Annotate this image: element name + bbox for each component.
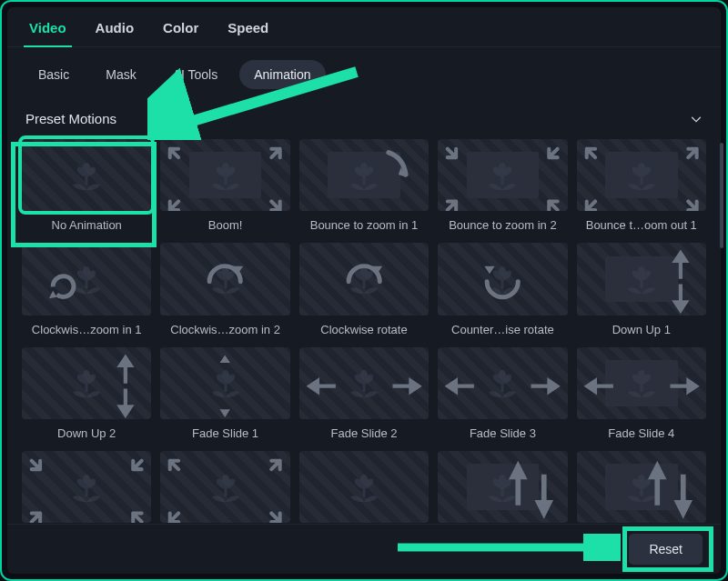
scrollbar-thumb[interactable] [720, 143, 723, 248]
preset-label: Down Up 1 [612, 323, 671, 336]
preset-item[interactable]: Flip Down1 [438, 451, 567, 524]
preset-label: Fade Slide 4 [608, 426, 674, 440]
subtab-mask[interactable]: Mask [91, 60, 150, 89]
preset-thumbnail[interactable] [438, 139, 567, 211]
preset-label: Fade Slide 1 [192, 426, 258, 440]
subtab-basic[interactable]: Basic [24, 60, 84, 89]
top-tabs: Video Audio Color Speed [7, 7, 721, 47]
preset-thumbnail[interactable] [438, 243, 567, 315]
preset-item[interactable]: Fade Slide 1 [160, 347, 289, 446]
flower-icon [66, 157, 107, 194]
sub-tabs: Basic Mask AI Tools Animation [7, 47, 721, 102]
preset-grid: No Animation Boom! Bounce to zoom in 1 [22, 139, 706, 524]
preset-item[interactable]: Bounce to zoom in 1 [299, 139, 429, 237]
subtab-ai-tools[interactable]: AI Tools [158, 60, 233, 89]
tab-speed[interactable]: Speed [222, 7, 274, 46]
preset-thumbnail[interactable] [160, 347, 289, 419]
preset-thumbnail[interactable] [299, 139, 429, 211]
preset-label: No Animation [52, 218, 122, 232]
tab-video[interactable]: Video [24, 7, 72, 46]
preset-label: Bounce t…oom out 1 [586, 218, 697, 232]
preset-thumbnail[interactable] [22, 243, 151, 315]
preset-item[interactable]: Clockwis…zoom in 2 [160, 243, 289, 341]
preset-item[interactable]: Clockwise rotate [299, 243, 429, 341]
preset-item[interactable]: Fade Zoom Out [160, 451, 289, 524]
reset-button[interactable]: Reset [629, 534, 703, 565]
preset-item[interactable]: Bounce t…oom out 1 [577, 139, 706, 237]
preset-thumbnail[interactable] [160, 451, 289, 523]
preset-thumbnail[interactable] [577, 451, 706, 523]
preset-thumbnail[interactable] [22, 347, 151, 419]
preset-thumbnail[interactable] [22, 451, 151, 523]
preset-thumbnail[interactable] [577, 347, 706, 419]
editor-panel: Video Audio Color Speed Basic Mask AI To… [7, 7, 721, 574]
preset-thumbnail[interactable] [299, 451, 429, 523]
chevron-down-icon [690, 113, 703, 125]
preset-item[interactable]: Fade Slide 4 [577, 347, 706, 446]
preset-item[interactable]: No Animation [22, 139, 151, 237]
preset-thumbnail[interactable] [160, 139, 289, 211]
tab-color[interactable]: Color [157, 7, 204, 46]
preset-label: Bounce to zoom in 1 [310, 218, 419, 232]
preset-item[interactable]: Fade Slide 3 [438, 347, 567, 446]
preset-item[interactable]: Bounce to zoom in 2 [438, 139, 567, 237]
footer: Reset [7, 524, 721, 574]
preset-thumbnail[interactable] [22, 139, 151, 211]
preset-label: Down Up 2 [57, 426, 116, 440]
preset-item[interactable]: Fade Slide 2 [299, 347, 429, 446]
subtab-animation[interactable]: Animation [239, 60, 325, 89]
preset-thumbnail[interactable] [299, 347, 429, 419]
preset-label: Boom! [208, 218, 243, 232]
preset-label: Bounce to zoom in 2 [449, 218, 557, 232]
preset-item[interactable]: Fade2 [299, 451, 429, 524]
svg-rect-17 [362, 487, 365, 496]
preset-thumbnail[interactable] [577, 139, 706, 211]
preset-item[interactable]: Down Up 1 [577, 243, 706, 341]
section-header[interactable]: Preset Motions [7, 102, 721, 135]
preset-label: Counter…ise rotate [451, 323, 554, 336]
svg-rect-0 [86, 175, 88, 185]
tab-audio[interactable]: Audio [90, 7, 140, 46]
preset-item[interactable]: Flip Down2 [577, 451, 706, 524]
preset-item[interactable]: Boom! [160, 139, 289, 237]
preset-thumbnail[interactable] [299, 243, 429, 315]
preset-label: Clockwise rotate [320, 323, 407, 336]
preset-thumbnail[interactable] [438, 347, 567, 419]
preset-label: Clockwis…zoom in 2 [170, 323, 280, 336]
preset-item[interactable]: Counter…ise rotate [438, 243, 567, 341]
preset-item[interactable]: Clockwis…zoom in 1 [22, 243, 151, 341]
flower-icon [343, 469, 385, 506]
preset-label: Clockwis…zoom in 1 [32, 323, 142, 336]
preset-item[interactable]: Fade Zoom In [22, 451, 151, 524]
preset-label: Fade Slide 2 [330, 426, 397, 440]
preset-thumbnail[interactable] [438, 451, 567, 523]
preset-item[interactable]: Down Up 2 [22, 347, 151, 446]
section-title: Preset Motions [25, 111, 116, 126]
preset-label: Fade Slide 3 [470, 426, 536, 440]
preset-thumbnail[interactable] [577, 243, 706, 315]
preset-thumbnail[interactable] [160, 243, 289, 315]
preset-grid-wrap: No Animation Boom! Bounce to zoom in 1 [7, 135, 721, 524]
